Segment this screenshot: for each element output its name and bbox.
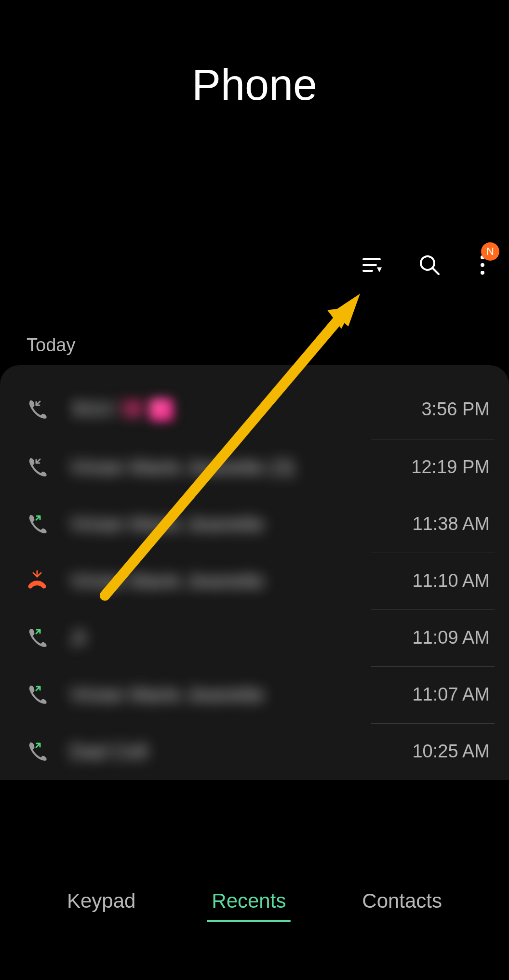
- call-time: 10:25 AM: [412, 741, 490, 762]
- call-time: 3:56 PM: [421, 399, 490, 420]
- outgoing-call-icon: [27, 513, 48, 535]
- svg-marker-9: [332, 293, 360, 326]
- svg-marker-3: [377, 267, 382, 272]
- toolbar: N: [360, 253, 490, 277]
- page-title: Phone: [0, 60, 509, 110]
- call-contact-name: Vivian Marie Jeanette: [70, 569, 402, 593]
- svg-line-5: [433, 268, 439, 274]
- call-time: 11:38 AM: [412, 514, 490, 534]
- call-time: 11:09 AM: [412, 627, 490, 648]
- call-time: 12:19 PM: [411, 457, 490, 477]
- call-contact-name: Dad Cell: [70, 740, 402, 763]
- call-log-item[interactable]: Vivian Marie Jeanette 11:10 AM: [0, 553, 509, 609]
- call-time: 11:10 AM: [412, 570, 490, 591]
- notification-badge: N: [481, 242, 499, 261]
- call-log-item[interactable]: Vivian Marie Jeanette 11:07 AM: [0, 666, 509, 723]
- incoming-call-icon: [27, 398, 48, 420]
- call-contact-name: Mom 💗: [70, 397, 412, 422]
- call-log-list: Mom 💗 3:56 PM Vivian Marie Jeanette (3) …: [0, 365, 509, 780]
- call-log-item[interactable]: Jt 11:09 AM: [0, 609, 509, 666]
- call-log-item[interactable]: Dad Cell 10:25 AM: [0, 723, 509, 780]
- call-time: 11:07 AM: [412, 684, 490, 705]
- call-contact-name: Vivian Marie Jeanette: [70, 513, 402, 536]
- missed-call-icon: [27, 570, 48, 592]
- call-contact-name: Jt: [70, 626, 402, 649]
- more-menu-icon[interactable]: N: [475, 253, 490, 277]
- svg-marker-8: [327, 293, 360, 329]
- filter-icon[interactable]: [360, 253, 384, 277]
- search-icon[interactable]: [417, 253, 442, 277]
- section-header-today: Today: [27, 335, 75, 356]
- call-log-item[interactable]: Vivian Marie Jeanette 11:38 AM: [0, 496, 509, 553]
- bottom-navigation: Keypad Recents Contacts: [0, 868, 509, 934]
- tab-contacts[interactable]: Contacts: [357, 882, 447, 920]
- incoming-call-icon: [27, 456, 48, 478]
- call-contact-name: Vivian Marie Jeanette (3): [70, 456, 402, 479]
- tab-keypad[interactable]: Keypad: [62, 882, 140, 920]
- call-log-item[interactable]: Mom 💗 3:56 PM: [0, 380, 509, 439]
- call-log-item[interactable]: Vivian Marie Jeanette (3) 12:19 PM: [0, 439, 509, 496]
- call-contact-name: Vivian Marie Jeanette: [70, 683, 402, 706]
- outgoing-call-icon: [27, 741, 48, 762]
- outgoing-call-icon: [27, 627, 48, 649]
- tab-recents[interactable]: Recents: [207, 882, 291, 920]
- outgoing-call-icon: [27, 684, 48, 705]
